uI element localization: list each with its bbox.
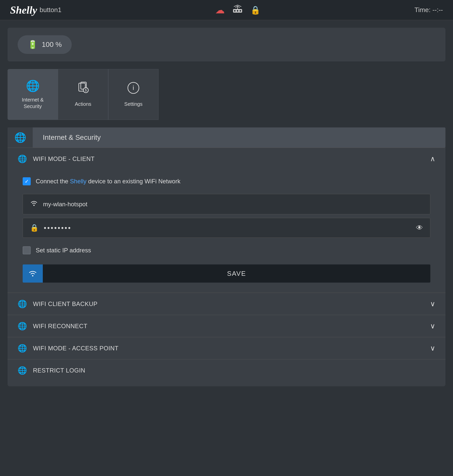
wifi-reconnect-globe-icon: 🌐 [18, 322, 27, 330]
battery-section: 🔋 100 % [8, 28, 445, 61]
svg-text:i: i [133, 84, 134, 91]
svg-rect-1 [234, 10, 236, 12]
nav-tile-label-internet: Internet &Security [22, 96, 44, 110]
battery-value: 100 % [42, 41, 62, 49]
wifi-backup-header[interactable]: 🌐 WIFI CLIENT BACKUP ∨ [8, 293, 445, 315]
wifi-ap-chevron: ∨ [430, 344, 435, 352]
save-button[interactable]: SAVE [43, 264, 430, 283]
wifi-client-chevron-up: ∧ [430, 155, 435, 163]
wifi-backup-globe-icon: 🌐 [18, 299, 27, 308]
header-icons: ☁ 🔒 [215, 5, 260, 16]
nav-tile-internet-security[interactable]: 🌐 Internet &Security [8, 69, 58, 120]
wifi-client-header[interactable]: 🌐 WIFI MODE - CLIENT ∧ [8, 148, 445, 170]
accordion-wifi-backup: 🌐 WIFI CLIENT BACKUP ∨ [8, 293, 445, 315]
ssid-input[interactable] [43, 201, 423, 208]
restrict-login-title: RESTRICT LOGIN [33, 367, 435, 374]
svg-point-16 [32, 275, 33, 277]
wifi-reconnect-title: WIFI RECONNECT [33, 323, 424, 330]
svg-text:$: $ [85, 88, 87, 92]
connect-label: Connect the Shelly device to an existing… [36, 178, 180, 185]
wifi-client-globe-icon: 🌐 [18, 154, 27, 163]
restrict-globe-icon: 🌐 [18, 366, 27, 375]
wifi-backup-title: WIFI CLIENT BACKUP [33, 300, 424, 308]
wifi-backup-chevron: ∨ [430, 300, 435, 308]
nav-tile-label-actions: Actions [75, 101, 91, 107]
wifi-reconnect-chevron: ∨ [430, 322, 435, 330]
password-lock-icon: 🔒 [30, 224, 39, 232]
content-area: 🌐 WIFI MODE - CLIENT ∧ ✓ Connect the She… [8, 148, 445, 386]
nav-tiles: 🌐 Internet &Security $ Actions i Setting… [8, 69, 445, 120]
section-header: 🌐 Internet & Security [8, 127, 445, 148]
router-icon [232, 5, 243, 16]
wifi-ap-title: WIFI MODE - ACCESS POINT [33, 345, 424, 352]
connect-checkbox-row: ✓ Connect the Shelly device to an existi… [23, 172, 430, 190]
wifi-ap-globe-icon: 🌐 [18, 344, 27, 353]
wifi-ap-header[interactable]: 🌐 WIFI MODE - ACCESS POINT ∨ [8, 337, 445, 359]
cloud-icon: ☁ [215, 5, 225, 16]
battery-icon: 🔋 [28, 40, 38, 49]
section-globe-icon: 🌐 [14, 132, 26, 143]
accordion-wifi-client: 🌐 WIFI MODE - CLIENT ∧ ✓ Connect the She… [8, 148, 445, 293]
shelly-link: Shelly [70, 178, 86, 185]
section-header-title: Internet & Security [33, 133, 101, 142]
save-icon-box [23, 264, 43, 283]
static-ip-label: Set static IP address [36, 247, 91, 254]
wifi-icon [30, 200, 38, 209]
ssid-input-field[interactable] [23, 194, 430, 214]
accordion-wifi-reconnect: 🌐 WIFI RECONNECT ∨ [8, 315, 445, 337]
nav-tile-actions[interactable]: $ Actions [58, 69, 108, 120]
logo-area: Shelly button1 [10, 4, 61, 16]
static-ip-checkbox[interactable] [23, 246, 31, 254]
connect-checkbox[interactable]: ✓ [23, 177, 31, 185]
nav-tile-label-settings: Settings [124, 101, 142, 107]
header: Shelly button1 ☁ 🔒 Time: --:-- [0, 0, 453, 20]
show-password-icon[interactable]: 👁 [416, 224, 423, 232]
globe-icon: 🌐 [26, 79, 40, 92]
password-input[interactable] [44, 224, 411, 232]
restrict-login-header[interactable]: 🌐 RESTRICT LOGIN [8, 359, 445, 381]
actions-icon: $ [77, 82, 89, 97]
battery-pill: 🔋 100 % [18, 35, 72, 54]
svg-rect-2 [237, 10, 238, 12]
accordion-restrict-login: 🌐 RESTRICT LOGIN [8, 359, 445, 386]
accordion-wifi-ap: 🌐 WIFI MODE - ACCESS POINT ∨ [8, 337, 445, 359]
wifi-client-title: WIFI MODE - CLIENT [33, 155, 424, 162]
device-name: button1 [40, 6, 61, 14]
svg-rect-3 [240, 10, 241, 12]
wifi-client-content: ✓ Connect the Shelly device to an existi… [8, 170, 445, 293]
static-ip-row: Set static IP address [23, 241, 430, 259]
info-icon: i [127, 82, 140, 97]
lock-icon: 🔒 [250, 5, 260, 15]
time-display: Time: --:-- [414, 6, 443, 14]
save-button-row: SAVE [23, 264, 430, 283]
password-input-field[interactable]: 🔒 👁 [23, 218, 430, 238]
nav-tile-settings[interactable]: i Settings [108, 69, 159, 120]
svg-point-15 [33, 205, 35, 206]
wifi-reconnect-header[interactable]: 🌐 WIFI RECONNECT ∨ [8, 315, 445, 337]
section-header-icon-box: 🌐 [8, 127, 33, 148]
checkmark-icon: ✓ [25, 178, 29, 184]
logo-text: Shelly [10, 4, 37, 16]
